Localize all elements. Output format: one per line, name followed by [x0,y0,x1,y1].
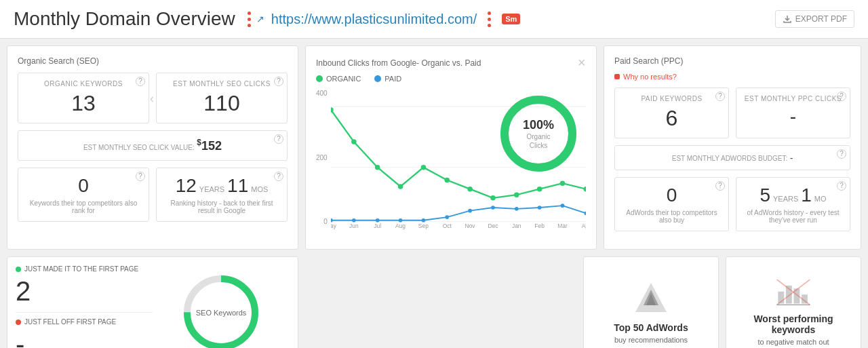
seo-donut: SEO Keywords [180,272,262,349]
est-ppc-info[interactable]: ? [837,92,846,101]
y-axis: 400 200 0 [316,90,331,239]
est-seo-clicks-value: 110 [163,91,280,116]
adwords-budget-box: EST MONTHLY ADWORDS BUDGET: - ? [614,145,850,170]
y-label-200: 200 [316,154,328,161]
svg-point-11 [490,195,496,201]
chart-card: Inbound Clicks from Google- Organic vs. … [305,45,597,250]
adwords-history-info[interactable]: ? [837,181,846,191]
click-value-info-icon[interactable]: ? [274,134,283,144]
export-icon [783,14,792,24]
svg-point-21 [445,215,449,219]
adwords-history-desc: of AdWords history - every test they've … [743,209,843,224]
adwords-budget-value: - [790,153,793,163]
svg-chart-container: May Jun Jul Aug Sep Oct Nov Dec Jan Feb … [331,90,586,239]
y-label-0: 0 [316,218,328,225]
page-title: Monthly Domain Overview [14,8,235,30]
adwords-comp-info[interactable]: ? [715,181,725,191]
paid-search-card: Paid Search (PPC) Why no results? PAID K… [604,45,861,250]
bottom-row: JUST MADE IT TO THE FIRST PAGE 2 JUST FE… [7,256,861,348]
ranking-years-label: YEARS [199,185,224,193]
svg-text:May: May [331,223,337,229]
just-made-label: JUST MADE IT TO THE FIRST PAGE [24,265,138,273]
svg-point-6 [375,165,380,170]
ranking-desc: Ranking history - back to their first re… [163,199,280,214]
left-arrow-icon: ‹ [150,91,154,105]
svg-point-17 [352,218,356,223]
svg-text:Dec: Dec [488,223,498,229]
organic-search-card: Organic Search (SEO) ORGANIC KEYWORDS 13… [7,45,298,250]
ranking-mos: 11 [227,175,248,197]
external-link-icon: ↗ [256,14,264,24]
donut-center-text: 100% OrganicClicks [523,118,554,150]
semrush-badge: Sm [502,14,520,24]
orange-dot [16,320,21,325]
adwords-promo-card: Top 50 AdWords buy recommendations [583,256,719,348]
est-ppc-box: EST MONTHLY PPC CLICKS - ? [736,88,850,138]
organic-keywords-label: ORGANIC KEYWORDS [25,80,142,88]
svg-point-19 [398,218,402,223]
adwords-budget-info[interactable]: ? [837,149,846,159]
adwords-promo-title: Top 50 AdWords [614,322,688,333]
paid-legend-label: PAID [384,75,401,83]
adwords-mos: 1 [801,185,812,206]
negative-promo-title: Worst performing keywords [736,313,850,335]
paid-keywords-value: 6 [622,106,722,131]
svg-point-27 [584,212,586,216]
chart-close-icon[interactable]: ✕ [577,56,586,69]
green-dot [16,267,21,272]
years-mos-display: 12 YEARS 11 MOS [163,175,280,197]
just-fell-indicator: JUST FELL OFF FIRST PAGE [16,318,153,326]
domain-url[interactable]: https://www.plasticsunlimited.com/ [271,12,477,27]
organic-bottom-metrics: ? 0 Keywords their top competitors also … [18,168,288,222]
click-value-box: EST MONTHLY SEO CLICK VALUE: $152 ? [18,130,288,161]
donut-chart: 100% OrganicClicks [498,93,579,174]
click-value-number: 152 [201,139,222,153]
bottom-spacer [305,256,576,348]
paid-metrics-row: PAID KEYWORDS 6 ? EST MONTHLY PPC CLICKS… [614,88,850,138]
seo-donut-text: SEO Keywords [196,309,247,317]
competitors-label: Keywords their top competitors also rank… [25,199,142,214]
main-content: Organic Search (SEO) ORGANIC KEYWORDS 13… [0,39,868,348]
organic-dot [316,75,323,82]
just-fell-value: - [16,329,153,348]
adwords-budget-label: EST MONTHLY ADWORDS BUDGET: [672,155,788,162]
svg-point-12 [514,192,519,197]
est-seo-clicks-info-icon[interactable]: ? [274,77,283,86]
svg-point-22 [468,209,472,213]
organic-keywords-info-icon[interactable]: ? [136,77,145,86]
svg-text:Apr: Apr [581,223,586,229]
donut-label: OrganicClicks [523,132,554,150]
svg-text:Mar: Mar [557,223,568,229]
paid-bottom-metrics: ? 0 AdWords their top competitors also b… [614,177,850,231]
svg-point-25 [538,206,542,210]
svg-point-5 [351,139,357,144]
adwords-years-label: YEARS [773,195,798,203]
adwords-mos-label: MO [814,195,827,203]
dots-divider [248,12,251,27]
adwords-icon [634,282,668,315]
est-seo-clicks-label: EST MONTHLY SEO CLICKS [163,80,280,88]
export-pdf-button[interactable]: EXPORT PDF [775,10,854,28]
legend-paid: PAID [374,75,401,83]
legend-organic: ORGANIC [316,75,361,83]
organic-keywords-box: ORGANIC KEYWORDS 13 ? [18,73,149,123]
organic-legend-label: ORGANIC [326,75,361,83]
svg-text:Jul: Jul [374,223,381,229]
dots-divider2 [488,12,491,27]
ranking-info-icon[interactable]: ? [274,172,283,181]
paid-keywords-label: PAID KEYWORDS [622,95,722,102]
dollar-sign: $ [197,138,201,147]
seo-keywords-card: JUST MADE IT TO THE FIRST PAGE 2 JUST FE… [7,256,298,348]
ranking-years: 12 [176,175,197,197]
paid-dot [374,75,381,82]
svg-point-18 [376,218,380,223]
header: Monthly Domain Overview ↗ https://www.pl… [0,0,868,39]
svg-text:Nov: Nov [465,223,475,229]
competitors-info-icon[interactable]: ? [136,172,145,181]
est-ppc-label: EST MONTHLY PPC CLICKS [743,95,843,102]
click-value-amount: $152 [197,139,222,153]
just-made-indicator: JUST MADE IT TO THE FIRST PAGE [16,265,153,273]
why-no-results-link[interactable]: Why no results? [614,73,850,81]
svg-point-14 [559,180,565,186]
paid-keywords-info[interactable]: ? [715,92,725,101]
